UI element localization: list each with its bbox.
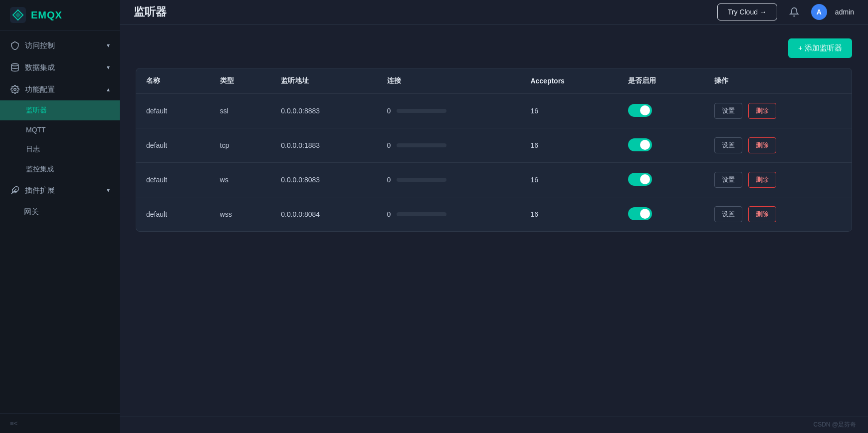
sidebar-sub-item-listener-label: 监听器 [26, 106, 47, 115]
table-row: default wss 0.0.0.0:8084 0 16 设置 删除 [136, 197, 852, 232]
listener-table: 名称 类型 监听地址 连接 Acceptors 是否启用 操作 default … [136, 68, 852, 231]
cell-connections: 0 [377, 197, 521, 232]
settings-button-1[interactable]: 设置 [714, 137, 742, 153]
svg-point-1 [11, 64, 18, 66]
notification-bell-button[interactable] [785, 3, 803, 21]
cell-type: tcp [210, 128, 271, 163]
table-row: default ws 0.0.0.0:8083 0 16 设置 删除 [136, 163, 852, 197]
cell-connections: 0 [377, 163, 521, 197]
sidebar-sub-item-mqtt[interactable]: MQTT [0, 120, 120, 139]
page-footer: CSDN @足芬奇 [120, 416, 868, 433]
sidebar-sub-item-log[interactable]: 日志 [0, 139, 120, 159]
delete-button-2[interactable]: 删除 [748, 172, 776, 188]
cell-name: default [136, 163, 210, 197]
gateway-icon [10, 208, 19, 217]
collapse-icon: ≡< [10, 420, 17, 427]
chevron-up-icon: ▴ [107, 86, 110, 93]
listener-table-container: 名称 类型 监听地址 连接 Acceptors 是否启用 操作 default … [136, 68, 852, 232]
cell-name: default [136, 197, 210, 232]
cell-actions: 设置 删除 [704, 197, 852, 232]
table-body: default ssl 0.0.0.0:8883 0 16 设置 删除 [136, 94, 852, 232]
cell-type: ws [210, 163, 271, 197]
sidebar-item-feature-config[interactable]: 功能配置 ▴ [0, 78, 120, 100]
cell-connections: 0 [377, 94, 521, 128]
col-enabled: 是否启用 [618, 68, 704, 94]
delete-button-3[interactable]: 删除 [748, 206, 776, 222]
cell-actions: 设置 删除 [704, 128, 852, 163]
chevron-down-icon-3: ▾ [107, 187, 110, 194]
top-header: 监听器 Try Cloud → A admin [120, 0, 868, 24]
main-area: 监听器 Try Cloud → A admin + 添加监听器 名称 类型 [120, 0, 868, 433]
toggle-enabled-2[interactable] [628, 173, 652, 186]
content-area: + 添加监听器 名称 类型 监听地址 连接 Acceptors 是否启用 操作 [120, 24, 868, 416]
cell-name: default [136, 128, 210, 163]
settings-button-3[interactable]: 设置 [714, 206, 742, 222]
cell-address: 0.0.0.0:8084 [271, 197, 377, 232]
cell-actions: 设置 删除 [704, 94, 852, 128]
emqx-logo-icon [10, 7, 26, 23]
sidebar-item-gateway-label: 网关 [24, 207, 39, 217]
table-row: default tcp 0.0.0.0:1883 0 16 设置 删除 [136, 128, 852, 163]
cell-acceptors: 16 [520, 128, 618, 163]
svg-point-2 [14, 88, 16, 91]
avatar[interactable]: A [811, 4, 827, 20]
sidebar-item-access-control-label: 访问控制 [25, 41, 55, 50]
shield-icon [10, 40, 20, 50]
delete-button-0[interactable]: 删除 [748, 103, 776, 119]
cell-name: default [136, 94, 210, 128]
sidebar-sub-item-listener[interactable]: 监听器 [0, 100, 120, 120]
toggle-enabled-0[interactable] [628, 104, 652, 117]
app-name: EMQX [31, 9, 62, 21]
logo-area: EMQX [0, 0, 120, 30]
footer-text: CSDN @足芬奇 [813, 421, 856, 428]
puzzle-icon [10, 185, 20, 195]
content-toolbar: + 添加监听器 [136, 38, 852, 58]
sidebar-item-data-integration-label: 数据集成 [25, 63, 55, 72]
sidebar-sub-item-monitor-integration[interactable]: 监控集成 [0, 159, 120, 179]
sidebar-sub-item-log-label: 日志 [26, 145, 40, 154]
sidebar: EMQX 访问控制 ▾ 数据集成 ▾ [0, 0, 120, 433]
toggle-enabled-3[interactable] [628, 207, 652, 220]
sidebar-item-access-control[interactable]: 访问控制 ▾ [0, 34, 120, 56]
cell-enabled [618, 128, 704, 163]
page-title: 监听器 [134, 4, 709, 19]
settings-button-0[interactable]: 设置 [714, 103, 742, 119]
col-acceptors: Acceptors [520, 68, 618, 94]
chevron-down-icon-2: ▾ [107, 64, 110, 71]
col-type: 类型 [210, 68, 271, 94]
try-cloud-button[interactable]: Try Cloud → [717, 3, 777, 20]
settings-button-2[interactable]: 设置 [714, 172, 742, 188]
sidebar-item-data-integration[interactable]: 数据集成 ▾ [0, 56, 120, 78]
cell-acceptors: 16 [520, 197, 618, 232]
cell-enabled [618, 163, 704, 197]
chevron-down-icon: ▾ [107, 42, 110, 49]
sidebar-sub-item-mqtt-label: MQTT [26, 126, 46, 134]
cell-address: 0.0.0.0:8083 [271, 163, 377, 197]
col-connections: 连接 [377, 68, 521, 94]
delete-button-1[interactable]: 删除 [748, 137, 776, 153]
add-listener-label: + 添加监听器 [798, 43, 842, 53]
cell-type: wss [210, 197, 271, 232]
cell-acceptors: 16 [520, 94, 618, 128]
gear-icon [10, 84, 20, 94]
table-header-row: 名称 类型 监听地址 连接 Acceptors 是否启用 操作 [136, 68, 852, 94]
sidebar-sub-item-monitor-integration-label: 监控集成 [26, 165, 54, 174]
cell-type: ssl [210, 94, 271, 128]
col-actions: 操作 [704, 68, 852, 94]
cell-acceptors: 16 [520, 163, 618, 197]
sidebar-collapse-btn[interactable]: ≡< [0, 413, 120, 433]
database-icon [10, 62, 20, 72]
admin-name: admin [835, 8, 854, 16]
toggle-enabled-1[interactable] [628, 138, 652, 151]
sidebar-item-gateway[interactable]: 网关 [0, 201, 120, 223]
col-name: 名称 [136, 68, 210, 94]
add-listener-button[interactable]: + 添加监听器 [788, 38, 852, 58]
sidebar-item-plugin-extension[interactable]: 插件扩展 ▾ [0, 179, 120, 201]
cell-enabled [618, 94, 704, 128]
cell-enabled [618, 197, 704, 232]
table-row: default ssl 0.0.0.0:8883 0 16 设置 删除 [136, 94, 852, 128]
cell-address: 0.0.0.0:8883 [271, 94, 377, 128]
cell-address: 0.0.0.0:1883 [271, 128, 377, 163]
nav-section-main: 访问控制 ▾ 数据集成 ▾ 功能配置 [0, 30, 120, 227]
col-address: 监听地址 [271, 68, 377, 94]
